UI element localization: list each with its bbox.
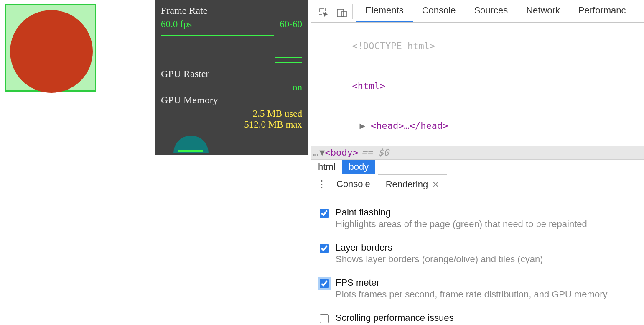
inspect-icon[interactable] bbox=[318, 7, 330, 19]
dom-head-tag[interactable]: head bbox=[376, 120, 398, 131]
layer-borders-desc: Shows layer borders (orange/olive) and t… bbox=[336, 254, 543, 265]
animated-ball bbox=[10, 10, 93, 93]
rendering-options: Paint flashing Highlights areas of the p… bbox=[311, 194, 644, 325]
svg-rect-1 bbox=[337, 9, 344, 17]
doctype: <!DOCTYPE html> bbox=[352, 41, 435, 51]
drawer-tab-console[interactable]: Console bbox=[329, 174, 378, 194]
gpu-memory-gauge bbox=[173, 136, 209, 153]
expand-caret-icon[interactable]: ▶ bbox=[359, 120, 371, 131]
page-viewport: Frame Rate 60.0 fps 60-60 GPU Raster on … bbox=[0, 0, 311, 325]
dom-html-tag[interactable]: html bbox=[358, 81, 380, 91]
fps-meter-checkbox[interactable] bbox=[320, 279, 329, 288]
option-scrolling-perf: Scrolling performance issues Highlights … bbox=[320, 307, 636, 325]
breadcrumb-html[interactable]: html bbox=[311, 160, 342, 174]
tab-sources[interactable]: Sources bbox=[465, 0, 517, 22]
tab-elements[interactable]: Elements bbox=[356, 0, 413, 22]
dom-body-tag[interactable]: body bbox=[331, 146, 353, 159]
drawer-tab-rendering[interactable]: Rendering ✕ bbox=[378, 174, 448, 194]
drawer-tabstrip: ⋮ Console Rendering ✕ bbox=[311, 174, 644, 194]
tab-separator bbox=[352, 4, 353, 19]
option-layer-borders: Layer borders Shows layer borders (orang… bbox=[320, 237, 636, 272]
fps-graph bbox=[161, 32, 302, 64]
scrolling-perf-title: Scrolling performance issues bbox=[336, 312, 613, 323]
drawer-tab-rendering-label: Rendering bbox=[386, 179, 428, 190]
fps-meter-overlay: Frame Rate 60.0 fps 60-60 GPU Raster on … bbox=[155, 0, 308, 155]
devtools-panel: Elements Console Sources Network Perform… bbox=[311, 0, 644, 325]
breadcrumb: html body bbox=[311, 159, 644, 174]
dom-ellipsis: … bbox=[313, 146, 318, 159]
fps-value: 60.0 fps bbox=[161, 19, 192, 30]
layer-borders-checkbox[interactable] bbox=[320, 244, 329, 253]
fps-meter-title: FPS meter bbox=[336, 277, 607, 288]
tab-console[interactable]: Console bbox=[413, 0, 465, 22]
option-fps-meter: FPS meter Plots frames per second, frame… bbox=[320, 272, 636, 307]
scrolling-perf-checkbox[interactable] bbox=[320, 314, 329, 323]
svg-rect-2 bbox=[342, 11, 346, 17]
tab-network[interactable]: Network bbox=[517, 0, 569, 22]
devtools-tabstrip: Elements Console Sources Network Perform… bbox=[311, 0, 644, 23]
close-icon[interactable]: ✕ bbox=[432, 179, 439, 189]
layer-borders-title: Layer borders bbox=[336, 242, 543, 253]
paint-flashing-checkbox[interactable] bbox=[320, 209, 329, 218]
gpu-mem-used: 2.5 MB used bbox=[253, 108, 302, 119]
dom-selected-row[interactable]: … ▼ <body> == $0 bbox=[311, 146, 644, 159]
device-toggle-icon[interactable] bbox=[336, 7, 348, 19]
option-paint-flashing: Paint flashing Highlights areas of the p… bbox=[320, 202, 636, 237]
tab-performance[interactable]: Performanc bbox=[569, 0, 635, 22]
dom-tree[interactable]: <!DOCTYPE html> <html> ▶ <head>…</head> … bbox=[311, 23, 644, 159]
collapse-caret-icon[interactable]: ▼ bbox=[319, 146, 325, 159]
paint-flash-highlight bbox=[5, 4, 96, 92]
gpu-mem-max: 512.0 MB max bbox=[244, 119, 302, 130]
paint-flashing-title: Paint flashing bbox=[336, 207, 587, 218]
gpu-raster-status: on bbox=[293, 82, 302, 93]
dom-selected-suffix: == $0 bbox=[361, 146, 389, 159]
fps-meter-desc: Plots frames per second, frame rate dist… bbox=[336, 289, 607, 300]
gpu-memory-heading: GPU Memory bbox=[161, 95, 302, 106]
framerate-heading: Frame Rate bbox=[161, 5, 302, 16]
breadcrumb-body[interactable]: body bbox=[342, 160, 376, 174]
drawer-menu-icon[interactable]: ⋮ bbox=[315, 179, 329, 189]
fps-range: 60-60 bbox=[280, 19, 302, 30]
paint-flashing-desc: Highlights areas of the page (green) tha… bbox=[336, 219, 587, 230]
gpu-raster-heading: GPU Raster bbox=[161, 68, 302, 79]
